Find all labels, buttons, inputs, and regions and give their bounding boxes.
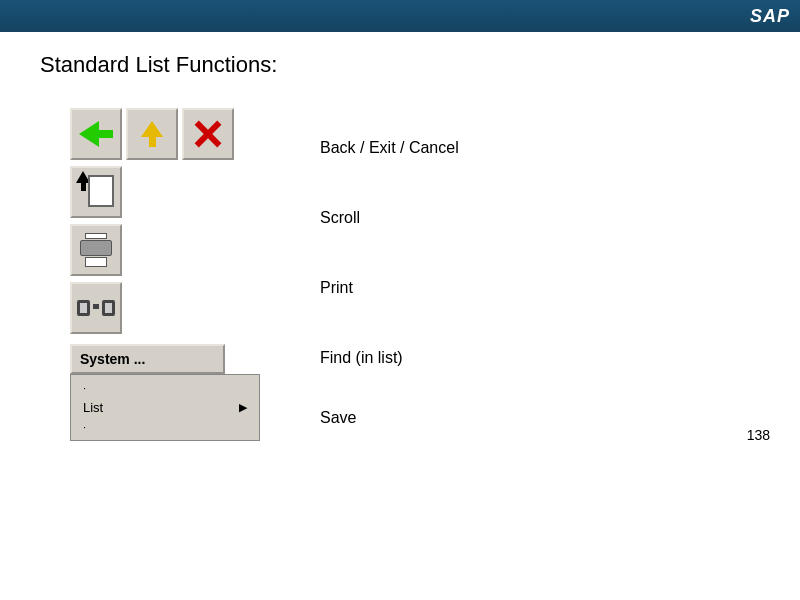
binoculars-icon [77, 300, 115, 316]
green-arrow-stem [99, 130, 113, 138]
system-menu-button[interactable]: System ... [70, 344, 225, 374]
print-button[interactable] [70, 224, 122, 276]
bino-bridge [93, 304, 99, 309]
back-button[interactable] [70, 108, 122, 160]
page-title: Standard List Functions: [40, 52, 760, 78]
system-menu-label: System ... [80, 351, 145, 367]
scroll-arrow-stem [81, 183, 86, 191]
sap-logo: SAP [750, 6, 790, 27]
scroll-icon [78, 171, 114, 213]
back-arrow-icon [79, 121, 113, 147]
label-print-text: Print [320, 279, 353, 297]
scroll-page-rect [88, 175, 114, 207]
system-menu-container: System ... · List ▶ · [70, 344, 260, 441]
label-back-exit-cancel-text: Back / Exit / Cancel [320, 139, 459, 157]
cancel-x-icon [194, 120, 222, 148]
label-save: Save [320, 393, 459, 443]
print-icon [80, 233, 112, 267]
printer-body [80, 240, 112, 256]
bino-right-lens [102, 300, 115, 316]
page-number: 138 [747, 427, 770, 443]
printer-paper-top [85, 233, 107, 239]
yellow-arrow-stem [149, 137, 156, 147]
find-button[interactable] [70, 282, 122, 334]
label-save-text: Save [320, 409, 356, 427]
label-find-text: Find (in list) [320, 349, 403, 367]
menu-submenu-arrow: ▶ [239, 401, 247, 414]
label-back-exit-cancel: Back / Exit / Cancel [320, 113, 459, 183]
menu-dot2: · [83, 421, 86, 433]
yellow-arrow-head [141, 121, 163, 137]
functions-container: System ... · List ▶ · [40, 108, 760, 443]
menu-item-dot2[interactable]: · [71, 418, 259, 436]
cancel-button[interactable] [182, 108, 234, 160]
menu-list-label: List [83, 400, 103, 415]
green-arrow-head [79, 121, 99, 147]
exit-button[interactable] [126, 108, 178, 160]
menu-item-list[interactable]: List ▶ [71, 397, 259, 418]
upload-arrow-icon [141, 121, 163, 147]
back-exit-cancel-row [70, 108, 234, 160]
label-scroll-text: Scroll [320, 209, 360, 227]
header-bar: SAP [0, 0, 800, 32]
printer-paper-output [85, 257, 107, 267]
scroll-button[interactable] [70, 166, 122, 218]
labels-column: Back / Exit / Cancel Scroll Print Find (… [320, 108, 459, 443]
menu-dot1: · [83, 382, 86, 394]
bino-left-lens [77, 300, 90, 316]
system-dropdown: · List ▶ · [70, 374, 260, 441]
main-content: Standard List Functions: [0, 32, 800, 463]
label-find: Find (in list) [320, 323, 459, 393]
icons-column: System ... · List ▶ · [70, 108, 260, 441]
label-scroll: Scroll [320, 183, 459, 253]
menu-item-dot1[interactable]: · [71, 379, 259, 397]
label-print: Print [320, 253, 459, 323]
